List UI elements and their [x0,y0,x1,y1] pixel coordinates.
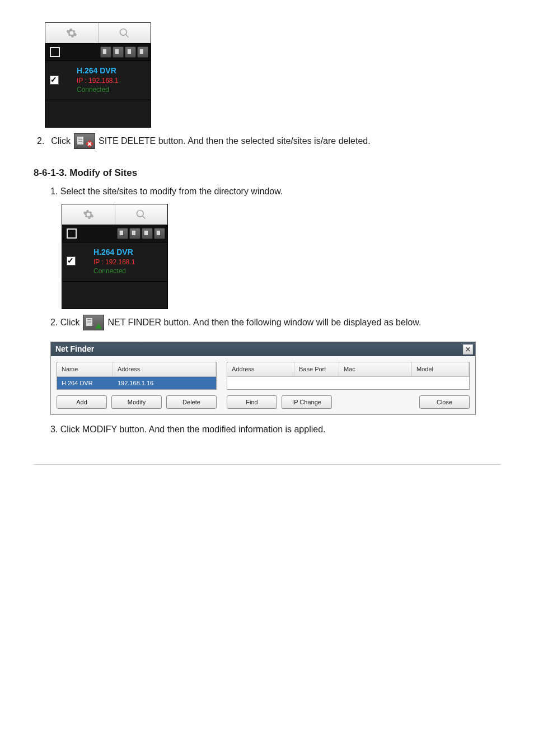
close-icon[interactable]: ✕ [463,344,473,354]
select-all-checkbox[interactable] [67,228,77,239]
select-all-checkbox[interactable] [50,47,60,57]
site-toolbar [100,44,151,60]
gear-icon [83,209,94,220]
site-directory-panel: H.264 DVR IP : 192.168.1 Connected [62,204,168,309]
site-ip: IP : 192.168.1 [77,76,119,85]
site-list-icon[interactable] [100,46,111,58]
cell-address: 192.168.1.16 [113,377,216,390]
tab-search[interactable] [115,204,168,225]
site-status: Connected [77,85,119,94]
tab-search[interactable] [99,23,151,43]
site-status: Connected [93,267,135,276]
text: Click [51,134,71,148]
close-button[interactable]: Close [419,395,470,409]
col-header-address: Address [227,362,294,376]
dialog-title: Net Finder [55,343,94,355]
add-button[interactable]: Add [57,395,107,409]
table-row[interactable]: H.264 DVR 192.168.1.16 [57,377,216,390]
net-finder-dialog: Net Finder ✕ Name Address H.264 DVR 192.… [50,342,476,415]
document-icon [86,318,92,326]
site-name: H.264 DVR [77,66,119,76]
tab-settings[interactable] [45,23,99,43]
text: 2. Click [50,316,79,329]
step-text: 3. Click MODIFY button. And then the mod… [50,423,500,436]
col-header-mac: Mac [339,362,412,376]
step-text: 1. Select the site/sites to modify from … [50,185,500,198]
site-delete-button[interactable] [74,133,95,149]
col-header-name: Name [57,362,113,376]
gear-icon [66,27,77,39]
site-delete-icon[interactable] [142,228,153,239]
magnifier-icon [119,27,130,39]
site-directory-panel: H.264 DVR IP : 192.168.1 Connected [45,22,151,128]
modify-button[interactable]: Modify [111,395,162,409]
finder-badge-icon [95,323,102,329]
col-header-base-port: Base Port [294,362,339,376]
col-header-address: Address [113,362,216,376]
net-finder-button[interactable] [83,315,104,330]
page-separator [34,464,500,465]
magnifier-icon [135,209,147,220]
site-checkbox[interactable] [67,256,76,265]
found-devices-table[interactable]: Address Base Port Mac Model [227,362,470,390]
section-heading: 8-6-1-3. Modify of Sites [34,166,500,180]
saved-sites-table[interactable]: Name Address H.264 DVR 192.168.1.16 [57,362,217,390]
site-ip: IP : 192.168.1 [93,258,135,267]
site-add-icon[interactable] [129,228,140,239]
site-toolbar [117,225,167,242]
document-icon [77,137,83,144]
tab-settings[interactable] [62,204,115,225]
site-name: H.264 DVR [93,247,135,258]
site-netfinder-icon[interactable] [154,228,165,239]
cell-name: H.264 DVR [57,377,113,390]
site-add-icon[interactable] [113,46,124,58]
text: NET FINDER button. And then the followin… [107,316,421,329]
site-delete-icon[interactable] [125,46,136,58]
col-header-model: Model [412,362,469,376]
delete-badge-icon [86,140,93,148]
list-number: 2. [37,134,44,148]
ip-change-button[interactable]: IP Change [282,395,332,409]
text: SITE DELETE button. And then the selecte… [99,134,371,148]
site-netfinder-icon[interactable] [137,46,148,58]
delete-button[interactable]: Delete [166,395,217,409]
find-button[interactable]: Find [227,395,277,409]
site-checkbox[interactable] [50,76,59,85]
site-list-icon[interactable] [117,228,128,239]
